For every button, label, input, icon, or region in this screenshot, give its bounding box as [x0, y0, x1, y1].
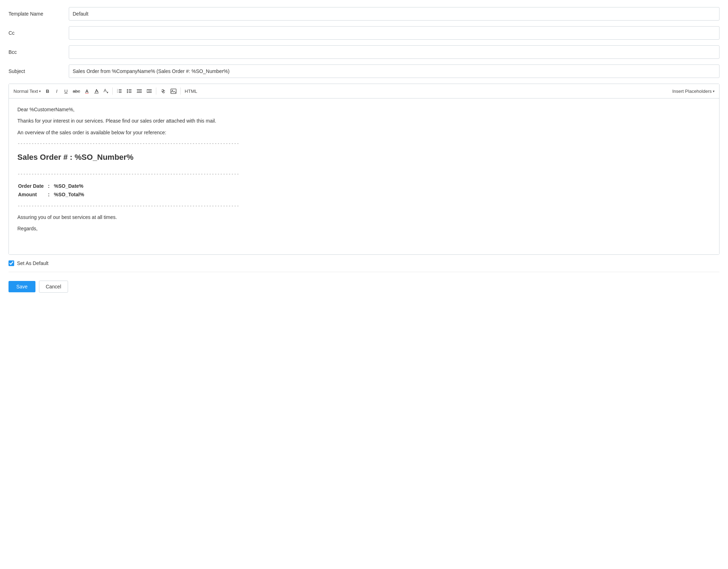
- set-as-default-checkbox[interactable]: [9, 260, 14, 266]
- subject-label: Subject: [9, 68, 69, 74]
- svg-point-21: [172, 90, 173, 91]
- ordered-list-button[interactable]: 1 2 3: [115, 86, 124, 96]
- font-bg-button[interactable]: [92, 86, 101, 96]
- ordered-list-icon: 1 2 3: [117, 88, 122, 94]
- editor-order-details: Order Date : %SO_Date% Amount : %SO_Tota…: [17, 181, 88, 199]
- editor-divider-2: ----------------------------------------…: [17, 170, 711, 178]
- link-icon: [160, 88, 166, 94]
- font-color-label: A: [85, 89, 88, 94]
- bold-button[interactable]: B: [43, 86, 52, 96]
- font-color-button[interactable]: A: [83, 86, 91, 96]
- editor-heading: Sales Order # : %SO_Number%: [17, 151, 711, 163]
- indent-increase-button[interactable]: [145, 86, 154, 96]
- action-buttons: Save Cancel: [9, 281, 719, 293]
- bold-label: B: [46, 89, 49, 94]
- normal-text-arrow-icon: ▾: [39, 89, 41, 93]
- subject-row: Subject: [9, 64, 719, 78]
- html-button[interactable]: HTML: [183, 86, 199, 96]
- underline-button[interactable]: U: [62, 86, 70, 96]
- cc-input[interactable]: [69, 26, 719, 40]
- amount-label: Amount: [18, 191, 47, 198]
- svg-point-11: [127, 92, 128, 93]
- font-bg-icon: [94, 88, 99, 94]
- save-button[interactable]: Save: [9, 281, 35, 292]
- editor-divider-3: ----------------------------------------…: [17, 202, 711, 210]
- svg-point-10: [127, 91, 128, 92]
- editor-line-5: Regards,: [17, 225, 711, 232]
- insert-placeholders-arrow-icon: ▾: [713, 89, 715, 93]
- html-label: HTML: [185, 89, 197, 94]
- order-date-value: %SO_Date%: [54, 182, 88, 190]
- normal-text-button[interactable]: Normal Text ▾: [12, 86, 43, 96]
- order-date-label: Order Date: [18, 182, 47, 190]
- order-date-colon: :: [48, 182, 53, 190]
- italic-button[interactable]: I: [52, 86, 61, 96]
- toolbar-divider-2: [156, 88, 156, 95]
- link-button[interactable]: [158, 86, 168, 96]
- svg-marker-15: [137, 91, 138, 92]
- cancel-button[interactable]: Cancel: [39, 281, 68, 293]
- insert-placeholders-label: Insert Placeholders: [672, 89, 712, 94]
- template-name-label: Template Name: [9, 11, 69, 17]
- toolbar-divider-3: [180, 88, 181, 95]
- editor-body[interactable]: Dear %CustomerName%, Thanks for your int…: [9, 98, 719, 254]
- editor-line-3: An overview of the sales order is availa…: [17, 129, 711, 136]
- unordered-list-icon: [127, 88, 132, 94]
- editor-toolbar: Normal Text ▾ B I U abc A A▾: [9, 84, 719, 98]
- font-size-label: A▾: [103, 88, 108, 94]
- svg-text:3: 3: [117, 91, 118, 93]
- bcc-input[interactable]: [69, 45, 719, 59]
- editor-line-1: Dear %CustomerName%,: [17, 106, 711, 113]
- svg-rect-20: [171, 89, 176, 94]
- indent-increase-icon: [146, 88, 152, 94]
- editor-divider-1: ----------------------------------------…: [17, 140, 711, 147]
- normal-text-label: Normal Text: [13, 89, 38, 94]
- template-name-row: Template Name: [9, 7, 719, 21]
- underline-label: U: [64, 89, 67, 94]
- indent-decrease-button[interactable]: [135, 86, 144, 96]
- amount-value: %SO_Total%: [54, 191, 88, 198]
- image-button[interactable]: [169, 86, 178, 96]
- image-icon: [170, 88, 177, 94]
- template-name-input[interactable]: [69, 7, 719, 21]
- insert-placeholders-button[interactable]: Insert Placeholders ▾: [671, 86, 716, 96]
- set-as-default-label[interactable]: Set As Default: [17, 260, 49, 266]
- strikethrough-label: abc: [73, 89, 80, 94]
- strikethrough-button[interactable]: abc: [71, 86, 82, 96]
- svg-point-9: [127, 89, 128, 90]
- editor-line-2: Thanks for your interest in our services…: [17, 117, 711, 125]
- amount-colon: :: [48, 191, 53, 198]
- editor-line-4: Assuring you of our best services at all…: [17, 213, 711, 221]
- bcc-row: Bcc: [9, 45, 719, 59]
- subject-input[interactable]: [69, 64, 719, 78]
- italic-label: I: [56, 89, 57, 94]
- bcc-label: Bcc: [9, 49, 69, 55]
- cc-label: Cc: [9, 30, 69, 36]
- toolbar-divider-1: [112, 88, 113, 95]
- font-size-button[interactable]: A▾: [102, 86, 110, 96]
- editor-container: Normal Text ▾ B I U abc A A▾: [9, 84, 719, 255]
- set-as-default-row: Set As Default: [9, 260, 719, 272]
- cc-row: Cc: [9, 26, 719, 40]
- indent-decrease-icon: [136, 88, 142, 94]
- unordered-list-button[interactable]: [125, 86, 134, 96]
- svg-marker-19: [147, 91, 148, 92]
